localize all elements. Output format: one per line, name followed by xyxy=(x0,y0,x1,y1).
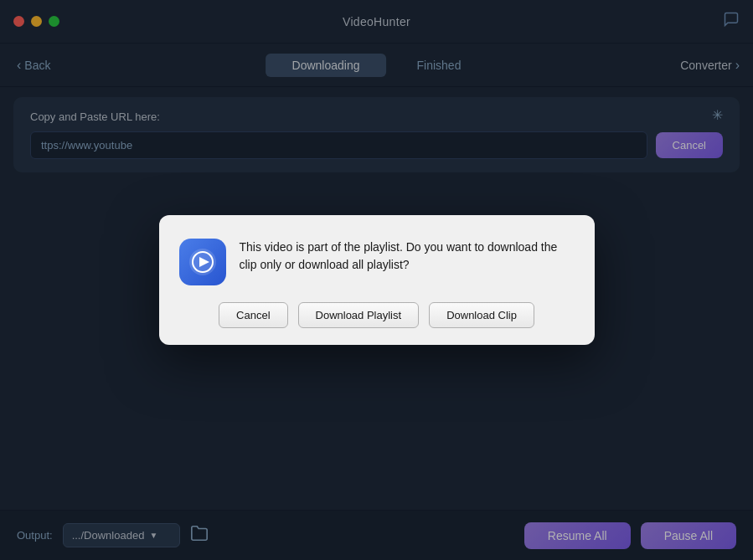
modal-download-playlist-button[interactable]: Download Playlist xyxy=(298,302,420,328)
modal-overlay: This video is part of the playlist. Do y… xyxy=(0,0,753,560)
modal-download-clip-button[interactable]: Download Clip xyxy=(429,302,534,328)
app-icon xyxy=(179,239,226,285)
modal-cancel-button[interactable]: Cancel xyxy=(219,302,287,328)
modal-body: This video is part of the playlist. Do y… xyxy=(179,239,575,285)
modal-text: This video is part of the playlist. Do y… xyxy=(240,239,575,274)
modal-dialog: This video is part of the playlist. Do y… xyxy=(159,215,595,345)
modal-message: This video is part of the playlist. Do y… xyxy=(240,240,558,271)
modal-buttons: Cancel Download Playlist Download Clip xyxy=(179,302,575,328)
svg-point-3 xyxy=(200,259,205,265)
